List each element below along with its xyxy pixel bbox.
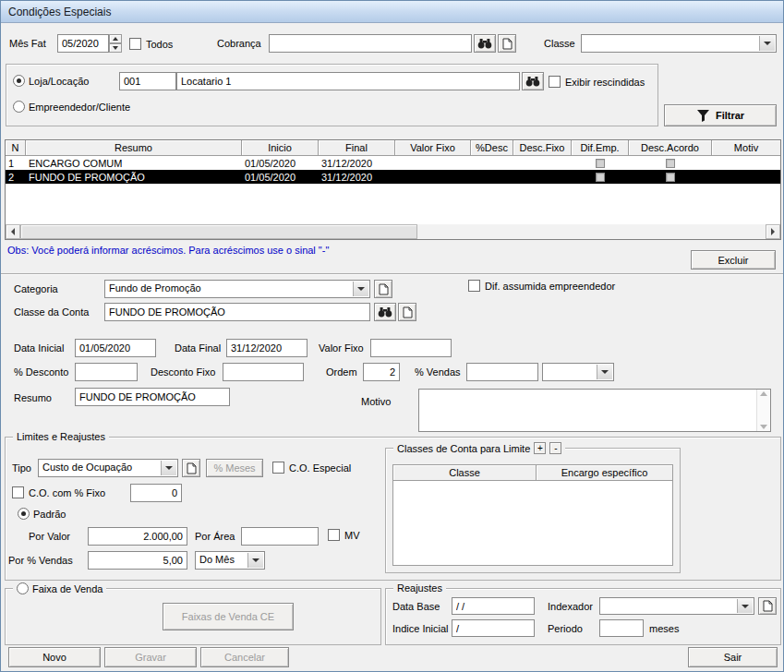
periodo-venda-combobox[interactable]: Do Mês (195, 551, 265, 570)
limites-title: Limites e Reajustes (13, 431, 109, 442)
por-area-label: Por Área (195, 531, 235, 543)
scroll-down-icon[interactable] (760, 425, 767, 429)
cancelar-button[interactable]: Cancelar (200, 647, 289, 667)
filtrar-label: Filtrar (716, 110, 744, 121)
categoria-new-button[interactable] (374, 280, 392, 298)
add-class-button[interactable]: + (534, 442, 546, 454)
data-final-input[interactable] (226, 339, 308, 357)
empreendedor-cliente-label: Empreendedor/Cliente (29, 102, 130, 114)
categoria-combobox[interactable]: Fundo de Promoção (104, 280, 370, 298)
spinner-up-icon[interactable] (109, 34, 122, 43)
cobranca-search-button[interactable] (474, 34, 496, 53)
chevron-down-icon[interactable] (161, 461, 176, 475)
padrao-radio[interactable] (18, 508, 30, 520)
data-inicial-label: Data Inicial (14, 342, 64, 354)
loja-locacao-radio[interactable] (13, 75, 25, 87)
chevron-down-icon[interactable] (759, 36, 775, 51)
cobranca-new-button[interactable] (498, 34, 516, 53)
col-header-classe: Classe (392, 464, 537, 481)
classe-conta-input[interactable] (104, 303, 370, 321)
cell-inicio: 01/05/2020 (242, 158, 319, 169)
sair-button[interactable]: Sair (688, 647, 778, 667)
classe-combobox[interactable] (581, 34, 777, 53)
col-header-motivo: Motiv (712, 140, 780, 156)
dif-assumida-checkbox[interactable] (468, 280, 480, 292)
ordem-input[interactable] (363, 363, 400, 381)
indexador-new-button[interactable] (758, 597, 777, 615)
data-base-input[interactable] (452, 597, 535, 615)
scrollbar-track[interactable] (417, 224, 766, 239)
chevron-down-icon[interactable] (597, 365, 612, 379)
indice-inicial-input[interactable] (452, 619, 535, 637)
novo-button[interactable]: Novo (8, 647, 101, 667)
spinner-down-icon[interactable] (109, 43, 122, 53)
chevron-down-icon[interactable] (353, 282, 368, 296)
chevron-down-icon[interactable] (737, 599, 753, 613)
scrollbar-thumb[interactable] (20, 224, 417, 239)
por-valor-input[interactable] (88, 527, 187, 546)
motivo-scrollbar[interactable] (756, 390, 770, 431)
excluir-button[interactable]: Excluir (691, 250, 776, 270)
new-document-icon (379, 283, 389, 295)
chevron-down-icon[interactable] (247, 553, 263, 568)
mes-fat-label: Mês Fat (9, 38, 46, 50)
resumo-input[interactable] (75, 388, 230, 406)
filtrar-button[interactable]: Filtrar (664, 104, 777, 126)
mv-checkbox[interactable] (328, 529, 340, 541)
table-row[interactable]: 1 ENCARGO COMUM 01/05/2020 31/12/2020 (6, 156, 780, 170)
data-final-label: Data Final (175, 342, 221, 354)
pct-vendas-input[interactable] (466, 363, 538, 381)
todos-checkbox[interactable] (129, 38, 141, 50)
new-document-icon (187, 462, 197, 474)
faixa-venda-radio[interactable] (17, 582, 29, 594)
periodo-input[interactable] (599, 619, 644, 637)
valor-fixo-input[interactable] (370, 339, 452, 357)
indexador-combobox[interactable] (599, 597, 754, 615)
novo-label: Novo (42, 652, 66, 663)
desconto-fixo-input[interactable] (223, 363, 304, 381)
padrao-label: Padrão (33, 509, 66, 521)
cobranca-label: Cobrança (217, 38, 261, 50)
data-inicial-input[interactable] (75, 339, 156, 357)
tipo-new-button[interactable] (182, 459, 200, 477)
binoculars-icon (378, 306, 392, 318)
faixas-venda-ce-button[interactable]: Faixas de Venda CE (163, 603, 294, 630)
col-header-resumo: Resumo (26, 140, 242, 156)
col-header-final: Final (319, 140, 395, 156)
classes-limite-title: Classes de Conta para Limite + - (393, 442, 565, 454)
tipo-combobox-value: Custo de Ocupação (42, 462, 159, 473)
scroll-up-icon[interactable] (760, 391, 767, 396)
col-header-valor-fixo: Valor Fixo (395, 140, 471, 156)
loja-search-button[interactable] (522, 72, 544, 90)
motivo-textarea[interactable] (418, 389, 771, 432)
por-area-input[interactable] (241, 527, 319, 546)
classe-conta-new-button[interactable] (398, 303, 416, 321)
pct-meses-button[interactable]: % Meses (206, 459, 263, 477)
por-pct-vendas-input[interactable] (88, 551, 187, 570)
co-fixo-checkbox[interactable] (12, 486, 24, 498)
loja-code-input[interactable] (119, 72, 176, 90)
remove-class-button[interactable]: - (549, 442, 561, 454)
empreendedor-cliente-radio[interactable] (13, 101, 25, 113)
pct-vendas-unit-combobox[interactable] (542, 363, 614, 381)
tipo-combobox[interactable]: Custo de Ocupação (38, 459, 178, 477)
exibir-rescindidas-checkbox[interactable] (549, 76, 561, 88)
mes-fat-input[interactable] (57, 34, 109, 53)
co-especial-checkbox[interactable] (272, 462, 284, 474)
ordem-label: Ordem (326, 366, 357, 378)
condicoes-grid[interactable]: N Resumo Inicio Final Valor Fixo %Desc D… (5, 139, 781, 240)
cobranca-input[interactable] (269, 34, 472, 53)
gravar-button[interactable]: Gravar (104, 647, 197, 667)
classes-limite-body[interactable] (392, 481, 673, 566)
cell-desc-acordo (629, 159, 712, 168)
scroll-right-icon[interactable] (766, 224, 780, 239)
pct-desconto-input[interactable] (75, 363, 138, 381)
grid-horizontal-scrollbar[interactable] (6, 224, 780, 239)
classe-conta-search-button[interactable] (374, 303, 396, 321)
titlebar[interactable]: Condições Especiais (1, 1, 783, 23)
co-fixo-input[interactable] (130, 484, 182, 502)
scroll-left-icon[interactable] (6, 224, 20, 239)
mes-fat-spinner[interactable] (109, 34, 122, 53)
loja-name-input[interactable] (176, 72, 520, 90)
table-row-selected[interactable]: 2 FUNDO DE PROMOÇÃO 01/05/2020 31/12/202… (6, 170, 780, 184)
